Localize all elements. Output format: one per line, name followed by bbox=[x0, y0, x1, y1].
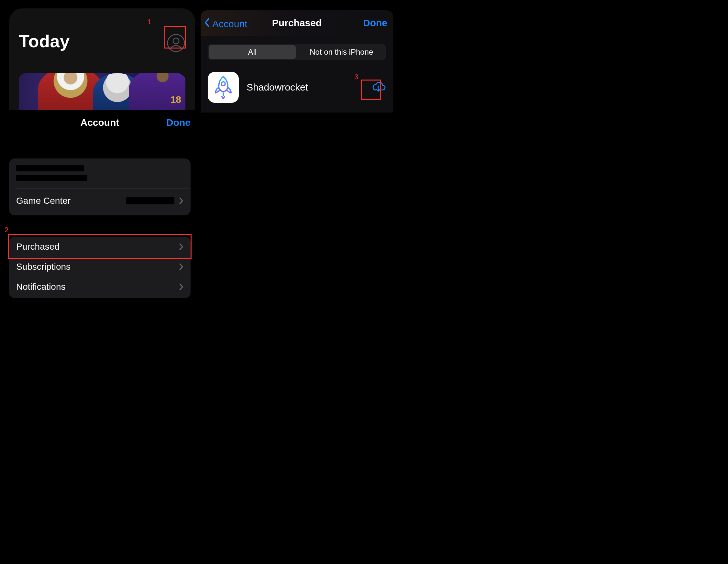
chevron-right-icon bbox=[179, 197, 183, 205]
redacted-value bbox=[126, 197, 174, 205]
subscriptions-row[interactable]: Subscriptions bbox=[16, 257, 183, 277]
row-label: Game Center bbox=[16, 196, 126, 206]
chevron-right-icon bbox=[179, 243, 183, 251]
page-title: Today bbox=[19, 31, 70, 51]
row-label: Purchased bbox=[16, 242, 179, 252]
avatar-icon bbox=[167, 34, 185, 54]
sheet-header: Account Done bbox=[0, 117, 200, 137]
chevron-right-icon bbox=[179, 263, 183, 271]
nav-bar: Account Purchased Done bbox=[201, 10, 393, 36]
cloud-download-button[interactable] bbox=[370, 80, 386, 94]
notifications-row[interactable]: Notifications bbox=[16, 277, 183, 297]
account-actions-group: Purchased Subscriptions Notifications bbox=[9, 237, 191, 298]
today-screen: Today 18 bbox=[9, 8, 195, 115]
done-button[interactable]: Done bbox=[363, 17, 387, 28]
featured-image-player: 18 bbox=[129, 73, 185, 115]
segment-all[interactable]: All bbox=[209, 45, 296, 59]
redacted-name bbox=[16, 165, 84, 172]
game-center-row[interactable]: Game Center bbox=[16, 191, 183, 211]
row-label: Subscriptions bbox=[16, 262, 179, 272]
redacted-email bbox=[16, 175, 87, 181]
jersey-number: 18 bbox=[171, 94, 181, 105]
cloud-download-icon bbox=[371, 80, 386, 94]
featured-story-card[interactable]: 18 bbox=[19, 73, 185, 115]
purchased-screen: Account Purchased Done All Not on this i… bbox=[201, 10, 393, 113]
divider bbox=[254, 109, 379, 109]
svg-point-1 bbox=[173, 38, 179, 44]
svg-point-2 bbox=[221, 82, 225, 86]
account-sheet: Account Done Game Center Purchased bbox=[0, 110, 200, 317]
row-label: Notifications bbox=[16, 282, 179, 292]
account-identity-group: Game Center bbox=[9, 159, 191, 216]
app-name-label: Shadowrocket bbox=[247, 82, 370, 93]
app-icon-shadowrocket bbox=[208, 72, 239, 103]
done-button[interactable]: Done bbox=[166, 117, 191, 128]
profile-avatar-button[interactable] bbox=[167, 34, 185, 53]
segment-not-on-device[interactable]: Not on this iPhone bbox=[298, 45, 385, 59]
chevron-right-icon bbox=[179, 283, 183, 291]
purchased-filter-segment[interactable]: All Not on this iPhone bbox=[208, 44, 386, 60]
divider bbox=[16, 188, 191, 189]
purchased-row[interactable]: Purchased bbox=[16, 237, 183, 257]
purchased-app-row[interactable]: Shadowrocket bbox=[208, 72, 386, 103]
